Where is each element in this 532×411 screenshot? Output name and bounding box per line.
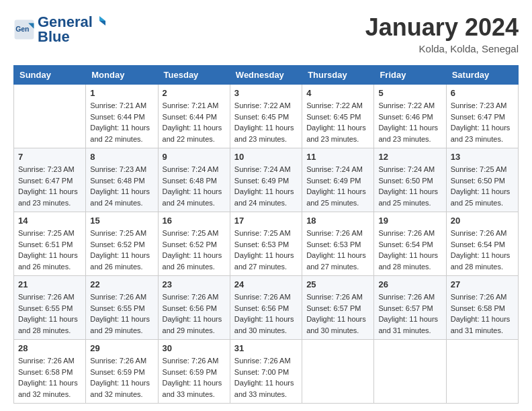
day-number: 13 <box>451 152 514 162</box>
calendar-cell: 12Sunrise: 7:24 AMSunset: 6:50 PMDayligh… <box>374 148 446 212</box>
calendar-cell: 26Sunrise: 7:26 AMSunset: 6:57 PMDayligh… <box>374 276 446 340</box>
day-info: Sunrise: 7:25 AMSunset: 6:53 PMDaylight:… <box>234 228 298 272</box>
day-number: 1 <box>90 88 153 98</box>
calendar-cell: 19Sunrise: 7:26 AMSunset: 6:54 PMDayligh… <box>374 212 446 276</box>
day-number: 21 <box>18 279 81 289</box>
calendar-cell: 16Sunrise: 7:25 AMSunset: 6:52 PMDayligh… <box>158 212 230 276</box>
day-info: Sunrise: 7:21 AMSunset: 6:44 PMDaylight:… <box>163 100 226 144</box>
location: Kolda, Kolda, Senegal <box>365 43 519 54</box>
day-number: 7 <box>18 152 81 162</box>
logo-icon: Gen <box>13 19 35 40</box>
day-number: 4 <box>306 88 369 98</box>
day-info: Sunrise: 7:26 AMSunset: 6:59 PMDaylight:… <box>90 355 153 400</box>
calendar-cell <box>374 340 446 404</box>
day-info: Sunrise: 7:26 AMSunset: 7:00 PMDaylight:… <box>234 355 298 400</box>
day-number: 25 <box>306 279 369 289</box>
calendar-cell <box>14 85 86 148</box>
calendar-cell: 25Sunrise: 7:26 AMSunset: 6:57 PMDayligh… <box>302 276 374 340</box>
calendar-week-row: 28Sunrise: 7:26 AMSunset: 6:58 PMDayligh… <box>14 340 519 404</box>
day-number: 27 <box>451 279 514 289</box>
calendar-header-row: SundayMondayTuesdayWednesdayThursdayFrid… <box>14 66 519 85</box>
calendar-cell <box>302 340 374 404</box>
page-header: Gen General Blue January 2024 Kolda, Kol… <box>13 13 519 54</box>
day-number: 15 <box>90 216 153 226</box>
calendar-cell: 28Sunrise: 7:26 AMSunset: 6:58 PMDayligh… <box>14 340 86 404</box>
day-number: 16 <box>163 216 226 226</box>
calendar-cell: 17Sunrise: 7:25 AMSunset: 6:53 PMDayligh… <box>230 212 302 276</box>
day-number: 28 <box>18 343 81 353</box>
calendar-week-row: 21Sunrise: 7:26 AMSunset: 6:55 PMDayligh… <box>14 276 519 340</box>
logo: Gen General Blue <box>13 13 105 46</box>
day-info: Sunrise: 7:22 AMSunset: 6:45 PMDaylight:… <box>306 100 369 144</box>
calendar-cell: 30Sunrise: 7:26 AMSunset: 6:59 PMDayligh… <box>158 340 230 404</box>
day-number: 31 <box>234 343 298 353</box>
calendar-week-row: 7Sunrise: 7:23 AMSunset: 6:47 PMDaylight… <box>14 148 519 212</box>
day-number: 26 <box>378 279 441 289</box>
calendar-cell <box>446 340 518 404</box>
calendar-cell: 9Sunrise: 7:24 AMSunset: 6:48 PMDaylight… <box>158 148 230 212</box>
day-info: Sunrise: 7:23 AMSunset: 6:47 PMDaylight:… <box>18 164 81 208</box>
day-number: 3 <box>234 88 298 98</box>
day-info: Sunrise: 7:26 AMSunset: 6:53 PMDaylight:… <box>306 228 369 272</box>
day-info: Sunrise: 7:22 AMSunset: 6:46 PMDaylight:… <box>378 100 441 144</box>
day-number: 6 <box>451 88 514 98</box>
day-info: Sunrise: 7:24 AMSunset: 6:49 PMDaylight:… <box>306 164 369 208</box>
day-number: 18 <box>306 216 369 226</box>
calendar-cell: 20Sunrise: 7:26 AMSunset: 6:54 PMDayligh… <box>446 212 518 276</box>
calendar-cell: 22Sunrise: 7:26 AMSunset: 6:55 PMDayligh… <box>86 276 158 340</box>
day-number: 8 <box>90 152 153 162</box>
calendar-cell: 7Sunrise: 7:23 AMSunset: 6:47 PMDaylight… <box>14 148 86 212</box>
calendar-cell: 5Sunrise: 7:22 AMSunset: 6:46 PMDaylight… <box>374 85 446 148</box>
day-header-sunday: Sunday <box>14 66 86 85</box>
day-info: Sunrise: 7:26 AMSunset: 6:57 PMDaylight:… <box>378 291 441 336</box>
day-info: Sunrise: 7:24 AMSunset: 6:50 PMDaylight:… <box>378 164 441 208</box>
day-header-wednesday: Wednesday <box>230 66 302 85</box>
calendar-cell: 14Sunrise: 7:25 AMSunset: 6:51 PMDayligh… <box>14 212 86 276</box>
day-info: Sunrise: 7:26 AMSunset: 6:59 PMDaylight:… <box>163 355 226 400</box>
day-info: Sunrise: 7:24 AMSunset: 6:48 PMDaylight:… <box>163 164 226 208</box>
day-info: Sunrise: 7:25 AMSunset: 6:52 PMDaylight:… <box>90 228 153 272</box>
day-number: 22 <box>90 279 153 289</box>
day-number: 2 <box>163 88 226 98</box>
day-number: 17 <box>234 216 298 226</box>
calendar-cell: 6Sunrise: 7:23 AMSunset: 6:47 PMDaylight… <box>446 85 518 148</box>
day-info: Sunrise: 7:22 AMSunset: 6:45 PMDaylight:… <box>234 100 298 144</box>
day-number: 24 <box>234 279 298 289</box>
day-header-monday: Monday <box>86 66 158 85</box>
calendar-cell: 29Sunrise: 7:26 AMSunset: 6:59 PMDayligh… <box>86 340 158 404</box>
day-number: 5 <box>378 88 441 98</box>
calendar-cell: 21Sunrise: 7:26 AMSunset: 6:55 PMDayligh… <box>14 276 86 340</box>
day-info: Sunrise: 7:23 AMSunset: 6:48 PMDaylight:… <box>90 164 153 208</box>
day-info: Sunrise: 7:25 AMSunset: 6:50 PMDaylight:… <box>451 164 514 208</box>
calendar-cell: 11Sunrise: 7:24 AMSunset: 6:49 PMDayligh… <box>302 148 374 212</box>
day-header-friday: Friday <box>374 66 446 85</box>
calendar-week-row: 14Sunrise: 7:25 AMSunset: 6:51 PMDayligh… <box>14 212 519 276</box>
day-number: 10 <box>234 152 298 162</box>
svg-marker-4 <box>99 16 105 21</box>
day-number: 30 <box>163 343 226 353</box>
day-info: Sunrise: 7:26 AMSunset: 6:58 PMDaylight:… <box>18 355 81 400</box>
day-info: Sunrise: 7:26 AMSunset: 6:54 PMDaylight:… <box>451 228 514 272</box>
day-header-thursday: Thursday <box>302 66 374 85</box>
calendar-cell: 4Sunrise: 7:22 AMSunset: 6:45 PMDaylight… <box>302 85 374 148</box>
day-info: Sunrise: 7:26 AMSunset: 6:54 PMDaylight:… <box>378 228 441 272</box>
calendar-table: SundayMondayTuesdayWednesdayThursdayFrid… <box>13 65 519 404</box>
calendar-cell: 1Sunrise: 7:21 AMSunset: 6:44 PMDaylight… <box>86 85 158 148</box>
title-block: January 2024 Kolda, Kolda, Senegal <box>365 13 519 54</box>
calendar-cell: 23Sunrise: 7:26 AMSunset: 6:56 PMDayligh… <box>158 276 230 340</box>
day-number: 29 <box>90 343 153 353</box>
day-number: 11 <box>306 152 369 162</box>
day-info: Sunrise: 7:26 AMSunset: 6:57 PMDaylight:… <box>306 291 369 336</box>
day-header-saturday: Saturday <box>446 66 518 85</box>
calendar-week-row: 1Sunrise: 7:21 AMSunset: 6:44 PMDaylight… <box>14 85 519 148</box>
calendar-cell: 27Sunrise: 7:26 AMSunset: 6:58 PMDayligh… <box>446 276 518 340</box>
month-title: January 2024 <box>365 13 519 42</box>
day-info: Sunrise: 7:25 AMSunset: 6:51 PMDaylight:… <box>18 228 81 272</box>
day-info: Sunrise: 7:26 AMSunset: 6:56 PMDaylight:… <box>163 291 226 336</box>
calendar-cell: 8Sunrise: 7:23 AMSunset: 6:48 PMDaylight… <box>86 148 158 212</box>
svg-text:Gen: Gen <box>15 26 29 33</box>
day-number: 12 <box>378 152 441 162</box>
svg-marker-5 <box>99 21 105 26</box>
calendar-cell: 31Sunrise: 7:26 AMSunset: 7:00 PMDayligh… <box>230 340 302 404</box>
day-header-tuesday: Tuesday <box>158 66 230 85</box>
